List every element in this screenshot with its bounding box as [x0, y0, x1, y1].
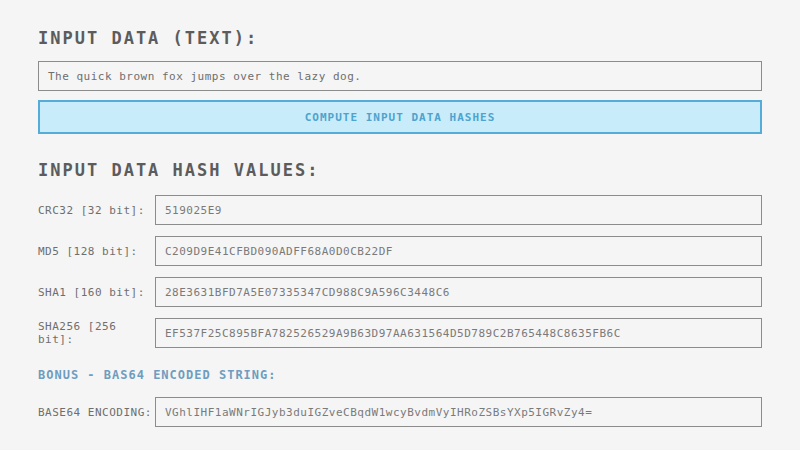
bonus-section-title: BONUS - BAS64 ENCODED STRING: — [38, 359, 762, 397]
sha256-value: EF537F25C895BFA782526529A9B63D97AA631564… — [165, 327, 621, 340]
sha1-label: SHA1 [160 bit]: — [38, 286, 155, 299]
md5-value: C209D9E41CFBD090ADFF68A0D0CB22DF — [165, 245, 393, 258]
input-section-title: INPUT DATA (TEXT): — [38, 0, 762, 61]
crc32-value-field[interactable]: 519025E9 — [155, 195, 762, 225]
hash-row-md5: MD5 [128 bit]: C209D9E41CFBD090ADFF68A0D… — [38, 236, 762, 266]
input-data-value: The quick brown fox jumps over the lazy … — [48, 70, 361, 83]
sha256-value-field[interactable]: EF537F25C895BFA782526529A9B63D97AA631564… — [155, 318, 762, 348]
base64-value-field[interactable]: VGhlIHF1aWNrIGJyb3duIGZveCBqdW1wcyBvdmVy… — [155, 397, 762, 427]
base64-value: VGhlIHF1aWNrIGJyb3duIGZveCBqdW1wcyBvdmVy… — [165, 406, 592, 419]
sha1-value-field[interactable]: 28E3631BFD7A5E07335347CD988C9A596C3448C6 — [155, 277, 762, 307]
hash-row-sha1: SHA1 [160 bit]: 28E3631BFD7A5E07335347CD… — [38, 277, 762, 307]
input-data-field[interactable]: The quick brown fox jumps over the lazy … — [38, 61, 762, 91]
base64-label: BASE64 ENCODING: — [38, 406, 155, 419]
sha1-value: 28E3631BFD7A5E07335347CD988C9A596C3448C6 — [165, 286, 450, 299]
md5-label: MD5 [128 bit]: — [38, 245, 155, 258]
hash-section-title: INPUT DATA HASH VALUES: — [38, 134, 762, 195]
crc32-value: 519025E9 — [165, 204, 222, 217]
compute-hashes-button[interactable]: COMPUTE INPUT DATA HASHES — [38, 100, 762, 134]
hash-row-sha256: SHA256 [256 bit]: EF537F25C895BFA7825265… — [38, 318, 762, 348]
hash-tool-page: INPUT DATA (TEXT): The quick brown fox j… — [0, 0, 800, 450]
base64-row: BASE64 ENCODING: VGhlIHF1aWNrIGJyb3duIGZ… — [38, 397, 762, 427]
hash-row-crc32: CRC32 [32 bit]: 519025E9 — [38, 195, 762, 225]
crc32-label: CRC32 [32 bit]: — [38, 204, 155, 217]
md5-value-field[interactable]: C209D9E41CFBD090ADFF68A0D0CB22DF — [155, 236, 762, 266]
sha256-label: SHA256 [256 bit]: — [38, 320, 155, 346]
